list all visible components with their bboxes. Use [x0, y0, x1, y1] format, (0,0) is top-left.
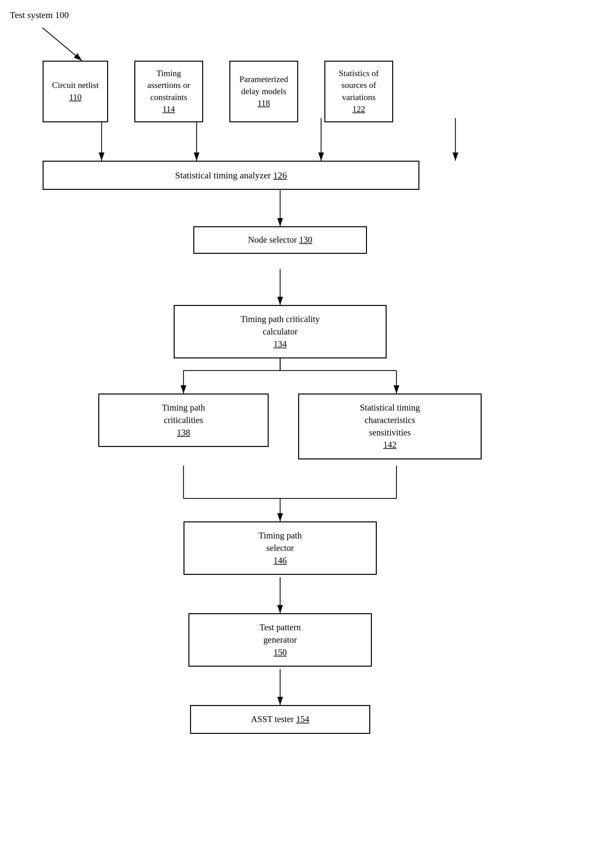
parameterized-delay-ref: 118	[258, 97, 270, 109]
parameterized-delay-text: Parameterizeddelay models	[240, 74, 288, 97]
statistical-timing-characteristics-text: Statistical timingcharacteristicssensiti…	[360, 402, 420, 439]
test-system-label: Test system 100	[10, 10, 69, 20]
test-pattern-generator-ref: 150	[274, 646, 287, 659]
test-pattern-generator-text: Test patterngenerator	[259, 621, 301, 646]
timing-path-criticalities-box: Timing pathcriticalities 138	[98, 394, 269, 447]
statistical-timing-analyzer-ref: 126	[273, 170, 287, 180]
node-selector-text: Node selector	[248, 235, 299, 245]
timing-path-selector-box: Timing pathselector 146	[184, 521, 377, 575]
timing-path-selector-text: Timing pathselector	[259, 530, 302, 555]
parameterized-delay-box: Parameterizeddelay models 118	[229, 61, 298, 122]
statistical-timing-analyzer-text: Statistical timing analyzer	[175, 170, 273, 180]
statistics-sources-text: Statistics ofsources ofvariations	[339, 68, 379, 103]
statistics-sources-box: Statistics ofsources ofvariations 122	[324, 61, 393, 122]
circuit-netlist-text: Circuit netlist	[52, 79, 99, 91]
statistics-sources-ref: 122	[352, 103, 365, 115]
diagram-container: Test system 100	[0, 0, 595, 868]
asst-tester-box: ASST tester 154	[190, 705, 370, 734]
circuit-netlist-ref: 110	[69, 92, 82, 103]
timing-path-criticality-calc-box: Timing path criticalitycalculator 134	[174, 305, 387, 359]
svg-arrows	[0, 0, 595, 868]
asst-tester-ref: 154	[296, 714, 309, 724]
timing-path-criticality-calc-ref: 134	[274, 338, 287, 351]
svg-line-1	[43, 28, 82, 61]
timing-assertions-box: Timingassertions orconstraints 114	[134, 61, 203, 122]
timing-path-criticality-calc-text: Timing path criticalitycalculator	[240, 313, 320, 338]
node-selector-ref: 130	[299, 235, 312, 245]
timing-path-criticalities-ref: 138	[177, 427, 190, 439]
asst-tester-text: ASST tester	[251, 714, 296, 724]
statistical-timing-analyzer-box: Statistical timing analyzer 126	[43, 161, 420, 190]
timing-path-criticalities-text: Timing pathcriticalities	[162, 402, 205, 427]
node-selector-box: Node selector 130	[193, 226, 367, 254]
timing-path-selector-ref: 146	[274, 555, 287, 567]
statistical-timing-characteristics-box: Statistical timingcharacteristicssensiti…	[298, 394, 482, 459]
timing-assertions-ref: 114	[162, 103, 175, 115]
circuit-netlist-box: Circuit netlist 110	[43, 61, 108, 122]
top-input-boxes: Circuit netlist 110 Timingassertions orc…	[43, 61, 393, 122]
timing-assertions-text: Timingassertions orconstraints	[147, 68, 190, 103]
statistical-timing-characteristics-ref: 142	[383, 439, 397, 451]
test-pattern-generator-box: Test patterngenerator 150	[189, 613, 372, 667]
